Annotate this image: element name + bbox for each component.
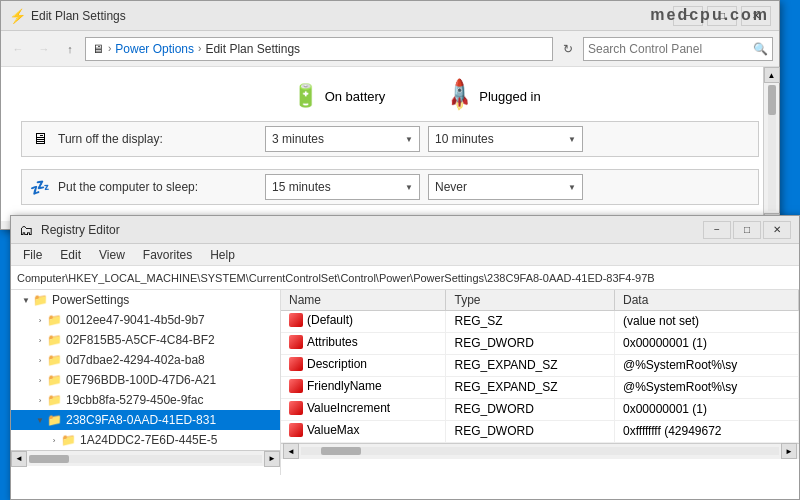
tree-expand-root: ▼ (19, 296, 33, 305)
col-name[interactable]: Name (281, 290, 446, 310)
folder-3: 📁 (47, 373, 62, 387)
registry-minimize[interactable]: − (703, 221, 731, 239)
back-button[interactable]: ← (7, 38, 29, 60)
plugged-in-icon: 🚀 (441, 77, 478, 114)
expand-4: › (33, 396, 47, 405)
folder-1: 📁 (47, 333, 62, 347)
folder-5: 📁 (47, 413, 62, 427)
battery-icon: 🔋 (292, 83, 319, 109)
registry-content: ▼ 📁 PowerSettings › 📁 0012ee47-9041-4b5d… (11, 290, 799, 475)
edit-plan-icon: ⚡ (9, 8, 25, 24)
data-scroll-right[interactable]: ► (781, 443, 797, 459)
scroll-up-btn[interactable]: ▲ (764, 67, 780, 83)
tree-item-6[interactable]: › 📁 1A24DDC2-7E6D-445E-5 (11, 430, 280, 450)
folder-0: 📁 (47, 313, 62, 327)
tree-item-4[interactable]: › 📁 19cbb8fa-5279-450e-9fac (11, 390, 280, 410)
registry-titlebar: 🗂 Registry Editor − □ ✕ (11, 216, 799, 244)
table-row[interactable]: ValueIncrementREG_DWORD0x00000001 (1) (281, 398, 799, 420)
expand-5: ▼ (33, 416, 47, 425)
turn-off-plugged-value: 10 minutes (435, 132, 494, 146)
tree-item-1[interactable]: › 📁 02F815B5-A5CF-4C84-BF2 (11, 330, 280, 350)
up-button[interactable]: ↑ (59, 38, 81, 60)
cell-data-0: (value not set) (614, 310, 798, 332)
menu-edit[interactable]: Edit (52, 246, 89, 264)
cell-name-1: Attributes (281, 332, 446, 354)
edit-plan-navbar: ← → ↑ 🖥 › Power Options › Edit Plan Sett… (1, 31, 779, 67)
tree-item-5[interactable]: ▼ 📁 238C9FA8-0AAD-41ED-831 (11, 410, 280, 430)
tree-item-3[interactable]: › 📁 0E796BDB-100D-47D6-A21 (11, 370, 280, 390)
data-scrollbar-h: ◄ ► (281, 443, 799, 459)
cell-name-5: ValueMax (281, 420, 446, 442)
cell-name-3: FriendlyName (281, 376, 446, 398)
tree-label-0: 0012ee47-9041-4b5d-9b7 (66, 313, 205, 327)
edit-plan-content: 🔋 On battery 🚀 Plugged in 🖥 Turn off the… (1, 67, 779, 221)
col-data[interactable]: Data (614, 290, 798, 310)
data-scroll-track (301, 447, 779, 455)
tree-scrollbar: ◄ ► (11, 450, 280, 466)
registry-title: Registry Editor (41, 223, 703, 237)
sleep-label: Put the computer to sleep: (58, 180, 198, 194)
cell-type-4: REG_DWORD (446, 398, 614, 420)
sleep-row: 💤 Put the computer to sleep: 15 minutes … (21, 169, 759, 205)
power-header: 🔋 On battery 🚀 Plugged in (261, 83, 759, 109)
cell-data-2: @%SystemRoot%\sy (614, 354, 798, 376)
turn-off-display-row: 🖥 Turn off the display: 3 minutes ▼ 10 m… (21, 121, 759, 157)
cell-type-2: REG_EXPAND_SZ (446, 354, 614, 376)
registry-close[interactable]: ✕ (763, 221, 791, 239)
breadcrumb-sep2: › (198, 43, 201, 54)
cell-data-1: 0x00000001 (1) (614, 332, 798, 354)
sleep-battery-dropdown[interactable]: 15 minutes ▼ (265, 174, 420, 200)
edit-plan-title: Edit Plan Settings (31, 9, 673, 23)
tree-label-5: 238C9FA8-0AAD-41ED-831 (66, 413, 216, 427)
edit-plan-scrollbar: ▲ ▼ (763, 67, 779, 229)
tree-scroll-left[interactable]: ◄ (11, 451, 27, 467)
tree-scroll-thumb[interactable] (29, 455, 69, 463)
registry-menubar: File Edit View Favorites Help (11, 244, 799, 266)
table-row[interactable]: DescriptionREG_EXPAND_SZ@%SystemRoot%\sy (281, 354, 799, 376)
search-input[interactable] (588, 42, 749, 56)
search-box: 🔍 (583, 37, 773, 61)
data-scroll-left[interactable]: ◄ (283, 443, 299, 459)
table-row[interactable]: FriendlyNameREG_EXPAND_SZ@%SystemRoot%\s… (281, 376, 799, 398)
cell-type-3: REG_EXPAND_SZ (446, 376, 614, 398)
tree-scroll-right[interactable]: ► (264, 451, 280, 467)
breadcrumb-power-options[interactable]: Power Options (115, 42, 194, 56)
forward-button[interactable]: → (33, 38, 55, 60)
turn-off-plugged-dropdown[interactable]: 10 minutes ▼ (428, 126, 583, 152)
turn-off-battery-arrow: ▼ (405, 135, 413, 144)
data-scroll-thumb[interactable] (321, 447, 361, 455)
tree-item-0[interactable]: › 📁 0012ee47-9041-4b5d-9b7 (11, 310, 280, 330)
refresh-button[interactable]: ↻ (557, 38, 579, 60)
cell-type-1: REG_DWORD (446, 332, 614, 354)
table-row[interactable]: AttributesREG_DWORD0x00000001 (1) (281, 332, 799, 354)
col-type[interactable]: Type (446, 290, 614, 310)
cell-data-4: 0x00000001 (1) (614, 398, 798, 420)
display-icon: 🖥 (30, 129, 50, 149)
sleep-icon: 💤 (30, 177, 50, 197)
table-row[interactable]: ValueMaxREG_DWORD0xffffffff (42949672 (281, 420, 799, 442)
tree-root[interactable]: ▼ 📁 PowerSettings (11, 290, 280, 310)
breadcrumb-bar: 🖥 › Power Options › Edit Plan Settings (85, 37, 553, 61)
sleep-label-area: 💤 Put the computer to sleep: (30, 177, 265, 197)
table-row[interactable]: (Default)REG_SZ(value not set) (281, 310, 799, 332)
registry-controls: − □ ✕ (703, 221, 791, 239)
registry-address-bar: Computer\HKEY_LOCAL_MACHINE\SYSTEM\Curre… (11, 266, 799, 290)
menu-help[interactable]: Help (202, 246, 243, 264)
breadcrumb-sep1: › (108, 43, 111, 54)
edit-plan-window: ⚡ Edit Plan Settings − □ ✕ medcpu.com ← … (0, 0, 780, 230)
expand-3: › (33, 376, 47, 385)
sleep-plugged-dropdown[interactable]: Never ▼ (428, 174, 583, 200)
menu-favorites[interactable]: Favorites (135, 246, 200, 264)
menu-view[interactable]: View (91, 246, 133, 264)
tree-label-2: 0d7dbae2-4294-402a-ba8 (66, 353, 205, 367)
cell-data-5: 0xffffffff (42949672 (614, 420, 798, 442)
plugged-in-label: Plugged in (479, 89, 540, 104)
registry-tree-panel: ▼ 📁 PowerSettings › 📁 0012ee47-9041-4b5d… (11, 290, 281, 475)
expand-1: › (33, 336, 47, 345)
tree-item-2[interactable]: › 📁 0d7dbae2-4294-402a-ba8 (11, 350, 280, 370)
registry-maximize[interactable]: □ (733, 221, 761, 239)
menu-file[interactable]: File (15, 246, 50, 264)
cell-name-0: (Default) (281, 310, 446, 332)
scroll-thumb[interactable] (768, 85, 776, 115)
turn-off-battery-dropdown[interactable]: 3 minutes ▼ (265, 126, 420, 152)
